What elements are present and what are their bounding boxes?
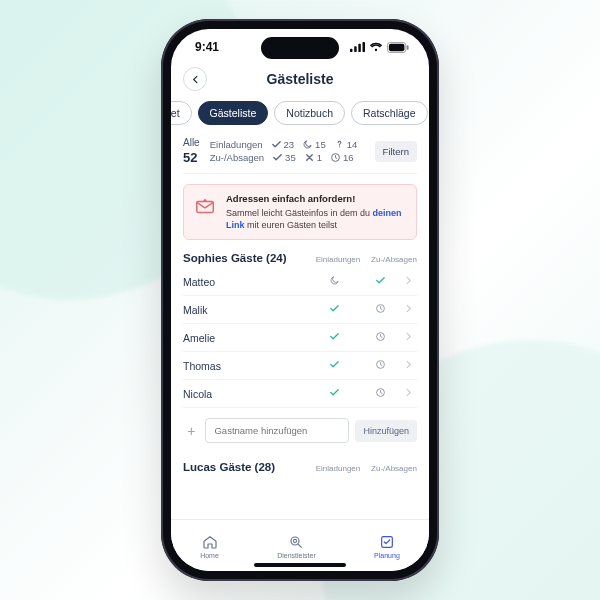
- clock-icon: [375, 331, 386, 342]
- plus-icon[interactable]: +: [183, 423, 199, 439]
- guest-name: Nicola: [183, 388, 311, 400]
- guest-name: Malik: [183, 304, 311, 316]
- battery-icon: [387, 42, 409, 53]
- tabbar-home[interactable]: Home: [200, 533, 219, 559]
- guest-rsvp-status: [357, 303, 403, 316]
- chevron-right-icon: [403, 359, 417, 372]
- check-icon: [272, 152, 283, 163]
- cellular-icon: [350, 42, 365, 52]
- tabbar-planning[interactable]: Planung: [374, 533, 400, 559]
- phone-screen: 9:41 Gästeliste get Gästeliste Notizbuch…: [171, 29, 429, 571]
- search-person-icon: [287, 533, 305, 551]
- banner-title: Adressen einfach anfordern!: [226, 193, 406, 206]
- envelope-heart-icon: [194, 193, 216, 231]
- wifi-icon: [369, 42, 383, 52]
- guest-rsvp-status: [357, 275, 403, 288]
- address-banner[interactable]: Adressen einfach anfordern! Sammel leich…: [183, 184, 417, 240]
- check-icon: [329, 359, 340, 370]
- guest-invite-status: [311, 387, 357, 400]
- stats-line-invites: Einladungen 23 15 14: [210, 139, 365, 150]
- guest-row[interactable]: Thomas: [183, 352, 417, 380]
- chevron-left-icon: [190, 74, 201, 85]
- tab-ratschlaege[interactable]: Ratschläge: [351, 101, 428, 125]
- check-icon: [329, 331, 340, 342]
- banner-text: Sammel leicht Gästeinfos in dem du deine…: [226, 208, 402, 230]
- add-guest-row: + Hinzufügen: [183, 408, 417, 447]
- clock-icon: [375, 359, 386, 370]
- filter-button[interactable]: Filtern: [375, 141, 417, 162]
- guest-rsvp-status: [357, 387, 403, 400]
- guest-rsvp-status: [357, 359, 403, 372]
- x-icon: [304, 152, 315, 163]
- tab-notizbuch[interactable]: Notizbuch: [274, 101, 345, 125]
- svg-rect-12: [407, 45, 409, 50]
- clock-icon: [375, 387, 386, 398]
- home-indicator[interactable]: [254, 563, 346, 567]
- section-lucas-title: Lucas Gäste (28): [183, 461, 275, 473]
- checklist-icon: [378, 533, 396, 551]
- guest-invite-status: [311, 303, 357, 316]
- svg-rect-11: [389, 43, 405, 50]
- chevron-right-icon: [403, 303, 417, 316]
- page-title: Gästeliste: [171, 71, 429, 87]
- col-rsvp: Zu-/Absagen: [371, 255, 417, 264]
- guest-name: Thomas: [183, 360, 311, 372]
- moon-icon: [329, 275, 340, 286]
- home-icon: [201, 533, 219, 551]
- tab-budget[interactable]: get: [171, 101, 192, 125]
- guest-rsvp-status: [357, 331, 403, 344]
- guest-row[interactable]: Amelie: [183, 324, 417, 352]
- stats-summary: Alle 52 Einladungen 23 15 14 Zu-/Absagen…: [183, 133, 417, 174]
- guest-invite-status: [311, 359, 357, 372]
- stats-line-rsvp: Zu-/Absagen 35 1 16: [210, 152, 365, 163]
- main-content: Alle 52 Einladungen 23 15 14 Zu-/Absagen…: [171, 133, 429, 519]
- guest-name: Amelie: [183, 332, 311, 344]
- svg-rect-6: [350, 49, 353, 52]
- section-sophie-header: Sophies Gäste (24) Einladungen Zu-/Absag…: [183, 240, 417, 268]
- section-lucas-header: Lucas Gäste (28) Einladungen Zu-/Absagen: [183, 447, 417, 477]
- add-guest-button[interactable]: Hinzufügen: [355, 420, 417, 442]
- stats-all-label: Alle: [183, 137, 200, 148]
- guest-name: Matteo: [183, 276, 311, 288]
- phone-frame: 9:41 Gästeliste get Gästeliste Notizbuch…: [161, 19, 439, 581]
- back-button[interactable]: [183, 67, 207, 91]
- check-icon: [329, 303, 340, 314]
- status-time: 9:41: [195, 40, 219, 54]
- col-invites: Einladungen: [315, 255, 361, 264]
- guest-invite-status: [311, 331, 357, 344]
- add-guest-input[interactable]: [205, 418, 349, 443]
- moon-icon: [302, 139, 313, 150]
- svg-rect-7: [354, 46, 357, 52]
- clock-icon: [330, 152, 341, 163]
- check-icon: [329, 387, 340, 398]
- chevron-right-icon: [403, 387, 417, 400]
- svg-rect-9: [363, 42, 366, 52]
- guest-row[interactable]: Matteo: [183, 268, 417, 296]
- tab-gaesteliste[interactable]: Gästeliste: [198, 101, 269, 125]
- svg-rect-8: [358, 44, 361, 52]
- tabbar-vendors[interactable]: Dienstleister: [277, 533, 316, 559]
- dynamic-island: [261, 37, 339, 59]
- chevron-right-icon: [403, 275, 417, 288]
- guest-row[interactable]: Malik: [183, 296, 417, 324]
- clock-icon: [375, 303, 386, 314]
- screen-header: Gästeliste: [171, 65, 429, 99]
- check-icon: [375, 275, 386, 286]
- question-icon: [334, 139, 345, 150]
- guest-invite-status: [311, 275, 357, 288]
- guest-row[interactable]: Nicola: [183, 380, 417, 408]
- section-sophie-title: Sophies Gäste (24): [183, 252, 287, 264]
- chevron-right-icon: [403, 331, 417, 344]
- check-icon: [271, 139, 282, 150]
- category-tabs: get Gästeliste Notizbuch Ratschläge: [171, 99, 429, 133]
- stats-all-count: 52: [183, 150, 200, 165]
